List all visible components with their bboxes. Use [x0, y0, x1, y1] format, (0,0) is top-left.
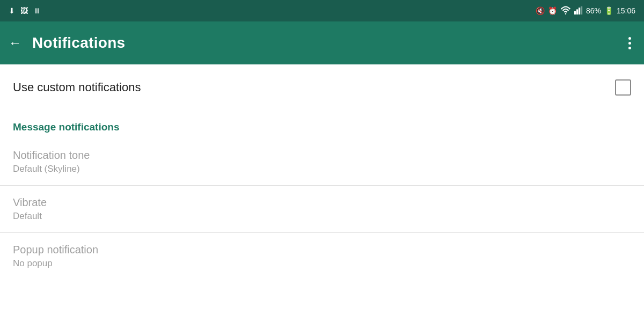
message-notifications-section: Message notifications — [0, 111, 644, 138]
svg-rect-3 — [579, 8, 580, 14]
notification-tone-row[interactable]: Notification tone Default (Skyline) — [0, 138, 644, 185]
notification-tone-value: Default (Skyline) — [13, 164, 631, 174]
battery-percentage: 86% — [586, 6, 601, 15]
more-vert-dot-2 — [628, 42, 631, 45]
custom-notifications-label: Use custom notifications — [13, 81, 141, 94]
more-options-button[interactable] — [624, 33, 635, 54]
status-bar-right-icons: 🔇 ⏰ 86% 🔋 15:06 — [536, 6, 635, 16]
vibrate-value: Default — [13, 211, 631, 222]
svg-rect-1 — [574, 11, 576, 14]
popup-notification-row[interactable]: Popup notification No popup — [0, 232, 644, 280]
wifi-icon — [560, 6, 571, 16]
app-toolbar: ← Notifications — [0, 21, 644, 64]
time-display: 15:06 — [617, 6, 635, 15]
svg-point-0 — [565, 13, 567, 14]
battery-icon: 🔋 — [604, 6, 613, 15]
toolbar-left: ← Notifications — [9, 34, 125, 52]
section-header-text: Message notifications — [13, 121, 120, 133]
svg-rect-2 — [576, 9, 578, 14]
popup-notification-value: No popup — [13, 258, 631, 269]
notification-tone-title: Notification tone — [13, 149, 631, 162]
download-icon: ⬇ — [9, 6, 15, 15]
settings-list: Notification tone Default (Skyline) Vibr… — [0, 138, 644, 280]
custom-notifications-checkbox[interactable] — [615, 79, 631, 96]
more-vert-dot-3 — [628, 47, 631, 49]
pause-icon: ⏸ — [33, 6, 41, 15]
status-bar-left-icons: ⬇ 🖼 ⏸ — [9, 6, 41, 15]
vibrate-title: Vibrate — [13, 196, 631, 209]
alarm-icon: ⏰ — [548, 6, 557, 15]
signal-icon — [574, 6, 583, 16]
more-vert-dot-1 — [628, 37, 631, 40]
back-button[interactable]: ← — [9, 35, 21, 50]
svg-rect-4 — [581, 6, 582, 14]
popup-notification-title: Popup notification — [13, 244, 631, 256]
mute-icon: 🔇 — [536, 6, 545, 15]
page-title: Notifications — [32, 34, 125, 52]
vibrate-row[interactable]: Vibrate Default — [0, 185, 644, 232]
status-bar: ⬇ 🖼 ⏸ 🔇 ⏰ 86% 🔋 15:06 — [0, 0, 644, 21]
settings-content: Use custom notifications Message notific… — [0, 64, 644, 280]
custom-notifications-row[interactable]: Use custom notifications — [0, 64, 644, 111]
image-icon: 🖼 — [20, 6, 28, 15]
